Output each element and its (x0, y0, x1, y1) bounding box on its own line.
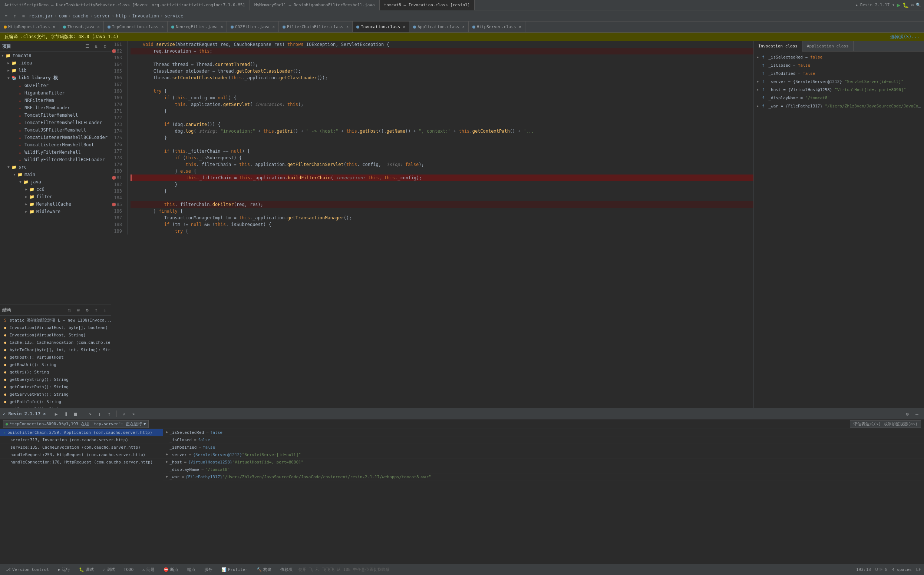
stack-item-4[interactable]: handleConnection:170, HttpRequest (com.c… (0, 459, 163, 466)
struct-item-static[interactable]: S static 类初始值设定项 L = new L10N(Invoca... (0, 316, 111, 324)
var-item-isclosed[interactable]: ▶ _isClosed = false (163, 437, 924, 444)
debug-status-btn[interactable]: 🐛 调试 (76, 566, 97, 573)
var-item-host[interactable]: ▶ _host = {VirtualHost@1258} "VirtualHos… (163, 459, 924, 466)
breadcrumb-jar[interactable]: resin.jar (29, 13, 53, 19)
tree-item-main[interactable]: ▼ 📁 main (0, 171, 111, 178)
tree-item-idea[interactable]: ▶ 📁 .idea (0, 59, 111, 67)
var-item-ismodified[interactable]: ▶ _isModified = false (163, 444, 924, 451)
tree-item-tomcat8[interactable]: ▼ 📁 tomcat8 (0, 52, 111, 59)
select-source-link[interactable]: 选择源(S)... (890, 34, 919, 40)
tree-item-lib1[interactable]: ▼ 📚 lib1 library 根 (0, 74, 111, 82)
structure-btn-settings[interactable]: ⚙ (83, 307, 91, 314)
tree-item-filter[interactable]: ▶ 📁 filter (0, 193, 111, 200)
stack-item-3[interactable]: handleRequest:253, HttpRequest (com.cauc… (0, 451, 163, 459)
debug-settings-btn[interactable]: ⚙ (903, 410, 911, 418)
debug-pause-btn[interactable]: ⏸ (62, 410, 70, 418)
struct-item-geturi[interactable]: ● getUri(): String (0, 368, 111, 376)
var-item-displayname[interactable]: ▶ _displayName = "/tomcat8" (163, 466, 924, 473)
struct-item-getquerystring[interactable]: ● getQueryString(): String (0, 376, 111, 383)
nav-btn-1[interactable]: ≡ (2, 12, 10, 20)
run-btn[interactable]: ▶ 运行 (55, 566, 73, 573)
rp-item-host[interactable]: ▶ f _host = {VirtualHost@1258} "VirtualH… (754, 86, 924, 94)
struct-item-cache[interactable]: ● Cache:135, CacheInvocation (com.caucho… (0, 338, 111, 346)
breadcrumb-caucho[interactable]: caucho (72, 13, 88, 19)
dependencies-btn[interactable]: 依赖项 (277, 566, 296, 573)
tree-item-src[interactable]: ▼ 📁 src (0, 164, 111, 171)
nav-btn-2[interactable]: ↕ (11, 12, 19, 20)
tree-item-nrfiltermem[interactable]: ☕ NRFilterMem (0, 97, 111, 104)
tree-item-gdzfilter[interactable]: ☕ GDZFilter (0, 82, 111, 89)
version-control-btn[interactable]: ⎇ Version Control (3, 567, 52, 573)
tree-item-higanbanadfilter[interactable]: ☕ HiganbanaFilter (0, 89, 111, 97)
tree-item-nrfiltermemloader[interactable]: ☕ NRFilterMemLoader (0, 104, 111, 111)
tree-item-cc6[interactable]: ▶ 📁 cc6 (0, 186, 111, 193)
debug-step-into-btn[interactable]: ↓ (96, 410, 104, 418)
thread-dropdown[interactable]: ● *tcpConnection-8090-0*@1,193 在组 "tcp-s… (3, 420, 149, 428)
structure-btn-down[interactable]: ↓ (101, 307, 108, 314)
title-tab-tomcat[interactable]: tomcat8 – Invocation.class [resin1] (380, 0, 475, 10)
breadcrumb-service[interactable]: service (165, 13, 183, 19)
file-tab-application[interactable]: Application.class × (409, 22, 469, 33)
toolbar-btn-list[interactable]: ☰ (83, 43, 91, 50)
struct-item-getcontextpath[interactable]: ● getContextPath(): String (0, 383, 111, 391)
rp-item-displayname[interactable]: ▶ f _displayName = "/tomcat8" (754, 94, 924, 102)
debug-close-btn[interactable]: — (913, 410, 921, 418)
breakpoint-dot[interactable] (112, 49, 116, 53)
file-tab-gdzfilter[interactable]: GDZFilter.java × (227, 22, 279, 33)
breakpoint-dot[interactable] (112, 176, 116, 179)
eval-expression-btn[interactable]: 评估表达式(⌥) 或添加监视器(⌘⌥) (850, 420, 921, 428)
file-tab-httprequest[interactable]: HttpRequest.class × (0, 22, 59, 33)
tree-item-tomcatlistenerboot[interactable]: ☕ TomcatListenerMemshellBoot (0, 141, 111, 149)
rp-item-war[interactable]: ▶ f _war = {FilePath@1317} "/Users/Zh1z3… (754, 102, 924, 110)
services-btn[interactable]: 服务 (201, 566, 215, 573)
rp-item-ismodified[interactable]: ▶ f _isModified = false (754, 69, 924, 78)
var-item-isselectedred[interactable]: ▶ _isSelectedRed = false (163, 429, 924, 437)
build-btn[interactable]: 🔨 构建 (253, 566, 274, 573)
rp-tab-invocation[interactable]: Invocation class (754, 41, 802, 51)
breakpoint-dot[interactable] (112, 203, 116, 206)
var-item-server[interactable]: ▶ _server = {ServletServer@1212} "Servle… (163, 451, 924, 459)
file-tab-httpserver[interactable]: HttpServer.class × (469, 22, 526, 33)
rp-item-isselectedred[interactable]: ▶ f _isSelectedRed = false (754, 53, 924, 61)
struct-item-gethost[interactable]: ● getHost(): VirtualHost (0, 353, 111, 361)
struct-item-invocation2[interactable]: ● Invocation(VirtualHost, String) (0, 331, 111, 338)
profiler-btn[interactable]: 📊 Profiler (218, 567, 251, 573)
nav-btn-3[interactable]: ⊞ (20, 12, 27, 20)
file-tab-neoregfilter[interactable]: NeoregFilter.java × (167, 22, 227, 33)
struct-item-bytetochar[interactable]: ● byteToChar(byte[], int, int, String): … (0, 346, 111, 353)
tree-item-tomcatfiltermemshell[interactable]: ☕ TomcatFilterMemshell (0, 111, 111, 119)
breadcrumb-com[interactable]: com (59, 13, 67, 19)
toolbar-btn-sort[interactable]: ⇅ (92, 43, 100, 50)
endpoints-btn[interactable]: 端点 (184, 566, 198, 573)
debug-step-over-btn[interactable]: ↷ (86, 410, 94, 418)
title-tab-activiti[interactable]: ActivitiScriptDemo – UserTaskActivityBeh… (0, 0, 250, 10)
tree-item-java[interactable]: ▼ 📁 java (0, 178, 111, 186)
file-tab-invocation[interactable]: Invocation.class × (353, 22, 409, 33)
stack-item-1[interactable]: service:313, Invocation (com.caucho.serv… (0, 437, 163, 444)
structure-btn-filter[interactable]: ⊞ (75, 307, 82, 314)
var-item-war[interactable]: ▶ _war = {FilePath@1317} "/Users/Zh1z3ve… (163, 473, 924, 481)
file-tab-thread[interactable]: Thread.java × (59, 22, 104, 33)
code-scroll[interactable]: 161 162 163 164 165 166 167 168 169 170 … (111, 41, 754, 408)
stack-item-2[interactable]: service:135, CacheInvocation (com.caucho… (0, 444, 163, 451)
tree-item-tomcatfiltermemshellbce[interactable]: ☕ TomcatFilterMemshellBCELoader (0, 119, 111, 126)
struct-item-getrawuri[interactable]: ● getRawUri(): String (0, 361, 111, 368)
tree-item-tomcatlistenerbce[interactable]: ☕ TomcatListenerMemshellBCELoader (0, 134, 111, 141)
tree-item-lib[interactable]: ▶ 📁 lib (0, 67, 111, 74)
toolbar-btn-settings[interactable]: ⚙ (101, 43, 108, 50)
rp-item-server[interactable]: ▶ f _server = {ServletServer@1212} "Serv… (754, 78, 924, 86)
todo-btn[interactable]: TODO (121, 567, 137, 573)
tree-item-midleware[interactable]: ▶ 📁 Midleware (0, 208, 111, 215)
file-tab-filterchain[interactable]: FilterChainFilter.class × (279, 22, 353, 33)
breadcrumb-invocation[interactable]: Invocation (132, 13, 159, 19)
problems-btn[interactable]: ⚠ 问题 (139, 566, 158, 573)
tree-item-wildflyfilterbc[interactable]: ☕ WildflyFilterMemshellBCELoader (0, 156, 111, 164)
struct-item-invocation1[interactable]: ● Invocation(VirtualHost, byte[], boolea… (0, 324, 111, 331)
rp-item-isclosed[interactable]: ▶ f _isClosed = false (754, 61, 924, 69)
test-btn[interactable]: ✓ 测试 (100, 566, 118, 573)
struct-item-getservletpath[interactable]: ● getServletPath(): String (0, 391, 111, 398)
title-tab-memory[interactable]: MyMemoryShell – ResinHiganbanaFilterMems… (250, 0, 380, 10)
debug-step-out-btn[interactable]: ↑ (105, 410, 113, 418)
struct-item-getpathinfo[interactable]: ● getPathInfo(): String (0, 398, 111, 405)
structure-btn-up[interactable]: ↑ (92, 307, 100, 314)
